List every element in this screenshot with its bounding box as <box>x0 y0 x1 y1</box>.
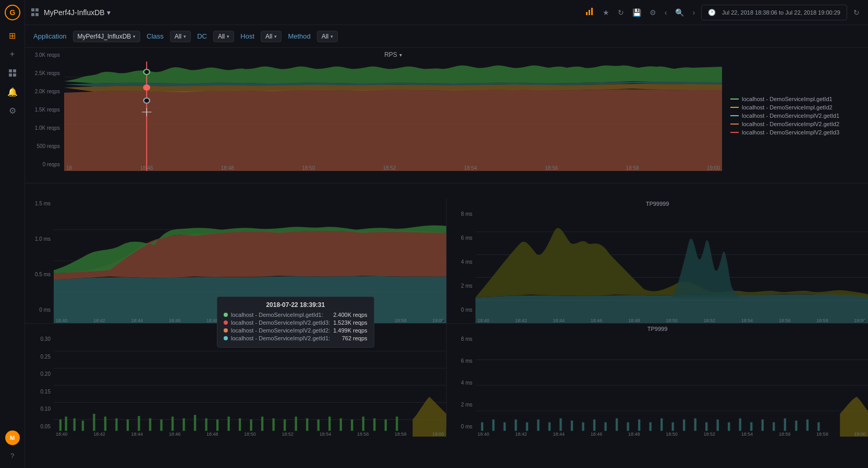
tooltip-row-2: localhost - DemoServiceImplV2.getId3: 1.… <box>224 319 368 326</box>
tp9999-chart: TP9999 8 ms 6 ms 4 ms 2 ms 0 ms <box>447 324 868 428</box>
svg-rect-98 <box>739 418 741 431</box>
svg-rect-78 <box>515 420 517 431</box>
forward-icon[interactable]: › <box>690 6 697 19</box>
svg-rect-49 <box>160 420 162 431</box>
time-refresh-icon[interactable]: ↻ <box>851 6 862 19</box>
svg-rect-94 <box>694 418 696 431</box>
svg-rect-6 <box>586 12 588 15</box>
tp99999-chart-title: TP99999 <box>447 199 868 209</box>
svg-point-19 <box>144 98 150 103</box>
sidebar-item-alerts[interactable]: 🔔 <box>4 83 21 100</box>
tp9999-chart-svg[interactable]: 18:40 18:42 18:44 18:46 18:48 18:50 18:5… <box>475 334 868 437</box>
sidebar-item-add[interactable]: + <box>4 46 21 63</box>
svg-rect-105 <box>817 422 820 430</box>
filter-host-label: Host <box>240 32 254 40</box>
svg-rect-42 <box>82 421 84 431</box>
svg-rect-58 <box>261 416 263 430</box>
svg-rect-69 <box>385 420 387 431</box>
svg-rect-53 <box>205 418 207 431</box>
filter-dc-label: DC <box>197 32 207 40</box>
chevron-down-icon-5: ▾ <box>331 34 333 39</box>
back-icon[interactable]: ‹ <box>663 6 669 19</box>
svg-rect-62 <box>306 418 308 431</box>
filter-method-dropdown[interactable]: All ▾ <box>317 31 338 42</box>
svg-rect-5 <box>13 73 16 77</box>
rps-dropdown-icon[interactable]: ▾ <box>399 52 402 58</box>
median-y-axis: 1.5 ms 1.0 ms 0.5 ms 0 ms <box>25 199 54 323</box>
svg-rect-43 <box>93 414 95 431</box>
zoom-icon[interactable]: 🔍 <box>673 6 686 19</box>
stddev-y-axis: 0.30 0.25 0.20 0.15 0.10 0.05 <box>25 334 54 437</box>
chevron-down-icon: ▾ <box>133 34 136 39</box>
svg-rect-93 <box>683 420 685 431</box>
resize-handle-2[interactable]: ◢ <box>863 318 868 323</box>
svg-rect-41 <box>74 418 76 431</box>
topbar: MyPerf4J-InfluxDB ▾ ★ ↻ 💾 ⚙ ‹ 🔍 › 🕐 Jul … <box>25 0 868 25</box>
rps-chart-main[interactable]: RPS ▾ <box>64 48 722 183</box>
legend-item-2: localhost - DemoServiceImpl.getId2 <box>730 104 860 110</box>
legend-color-2 <box>730 107 739 108</box>
svg-rect-55 <box>227 416 229 430</box>
tooltip-time: 2018-07-22 18:39:31 <box>224 301 368 309</box>
legend-color-3 <box>730 115 739 116</box>
svg-rect-50 <box>172 416 174 430</box>
svg-rect-97 <box>728 422 730 430</box>
svg-rect-61 <box>295 416 297 430</box>
help-icon[interactable]: ? <box>4 447 21 464</box>
svg-rect-52 <box>194 415 196 431</box>
app-logo[interactable]: G <box>4 4 21 21</box>
legend-item-5: localhost - DemoServiceImplV2.getId3 <box>730 129 860 136</box>
sidebar-item-settings[interactable]: ⚙ <box>4 102 21 119</box>
svg-rect-54 <box>216 420 218 431</box>
tooltip-row-1: localhost - DemoServiceImpl.getId1: 2.40… <box>224 312 368 318</box>
chart-icon[interactable] <box>583 5 596 20</box>
svg-rect-75 <box>481 422 483 430</box>
svg-rect-76 <box>492 420 494 431</box>
svg-rect-51 <box>182 418 185 431</box>
refresh-icon[interactable]: ↻ <box>616 6 626 19</box>
app-title[interactable]: MyPerf4J-InfluxDB ▾ <box>44 8 111 17</box>
tp99999-chart-svg[interactable]: 18:40 18:42 18:44 18:46 18:48 18:50 18:5… <box>475 209 868 323</box>
filter-dc-dropdown[interactable]: All ▾ <box>213 31 234 42</box>
svg-rect-46 <box>127 420 129 431</box>
svg-rect-45 <box>115 418 117 431</box>
stddev-chart-svg[interactable]: 18:40 18:42 18:44 18:46 18:48 18:50 18:5… <box>54 334 446 437</box>
svg-rect-39 <box>59 420 62 431</box>
svg-rect-101 <box>773 422 775 430</box>
svg-rect-89 <box>638 420 640 431</box>
star-icon[interactable]: ★ <box>601 6 612 19</box>
main-content: MyPerf4J-InfluxDB ▾ ★ ↻ 💾 ⚙ ‹ 🔍 › 🕐 Jul … <box>25 0 868 468</box>
chevron-down-icon-2: ▾ <box>184 34 186 39</box>
user-avatar[interactable]: M <box>5 430 20 445</box>
time-range[interactable]: 🕐 Jul 22, 2018 18:38:06 to Jul 22, 2018 … <box>701 5 847 20</box>
svg-rect-70 <box>396 416 398 430</box>
filter-application-dropdown[interactable]: MyPerf4J_InfluxDB ▾ <box>73 31 141 42</box>
svg-rect-88 <box>627 422 629 430</box>
svg-point-18 <box>144 85 150 90</box>
sidebar-item-dashboard[interactable] <box>4 65 21 81</box>
svg-rect-2 <box>9 69 12 72</box>
sidebar-item-home[interactable]: ⊞ <box>4 27 21 44</box>
legend-color-4 <box>730 124 739 125</box>
tp9999-y-axis: 8 ms 6 ms 4 ms 2 ms 0 ms <box>447 334 475 437</box>
app-title-dropdown[interactable]: ▾ <box>107 8 111 17</box>
svg-rect-82 <box>559 418 561 431</box>
svg-point-17 <box>144 69 150 75</box>
rps-chart: 3.0K reqps 2.5K reqps 2.0K reqps 1.5K re… <box>25 48 868 183</box>
filter-class-dropdown[interactable]: All ▾ <box>170 31 191 42</box>
clock-icon: 🕐 <box>706 7 718 18</box>
filter-host-dropdown[interactable]: All ▾ <box>261 31 282 42</box>
tp9999-chart-title: TP9999 <box>447 324 868 334</box>
svg-rect-92 <box>672 422 674 430</box>
resize-handle[interactable]: ◢ <box>441 318 446 323</box>
svg-text:G: G <box>9 8 15 17</box>
svg-rect-103 <box>795 421 797 431</box>
legend-color-1 <box>730 98 739 100</box>
legend-item-3: localhost - DemoServiceImplV2.getId1 <box>730 113 860 119</box>
legend-color-5 <box>730 132 739 133</box>
gear-icon[interactable]: ⚙ <box>647 6 658 19</box>
svg-rect-57 <box>250 420 252 431</box>
svg-rect-77 <box>504 422 506 430</box>
save-icon[interactable]: 💾 <box>630 6 643 19</box>
rps-y-axis: 3.0K reqps 2.5K reqps 2.0K reqps 1.5K re… <box>25 48 64 183</box>
